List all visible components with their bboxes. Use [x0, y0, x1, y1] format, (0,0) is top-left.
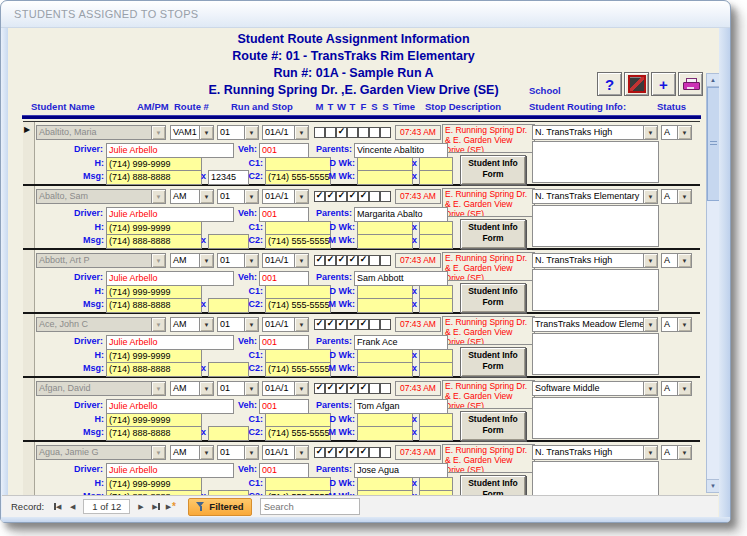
day-checkbox-friday[interactable]	[358, 255, 369, 266]
chevron-down-icon[interactable]: ▼	[245, 125, 259, 140]
chevron-down-icon[interactable]: ▼	[295, 381, 309, 396]
ampm-combo[interactable]: AM ▼	[170, 445, 214, 460]
day-checkbox-wednesday[interactable]	[336, 255, 347, 266]
chevron-down-icon[interactable]: ▼	[245, 381, 259, 396]
chevron-down-icon[interactable]: ▼	[295, 125, 309, 140]
day-checkbox-monday[interactable]	[314, 191, 325, 202]
status-combo[interactable]: A ▼	[661, 253, 692, 268]
record-selector[interactable]: ▶	[23, 250, 35, 312]
veh-field[interactable]: 001	[259, 207, 309, 222]
day-checkbox-wednesday[interactable]	[336, 447, 347, 458]
next-record-button[interactable]: ▶	[133, 499, 148, 514]
chevron-down-icon[interactable]: ▼	[245, 317, 259, 332]
record-selector[interactable]: ▶	[23, 378, 35, 440]
ampm-combo[interactable]: AM ▼	[170, 317, 214, 332]
filtered-toggle[interactable]: Filtered	[188, 498, 251, 516]
day-checkbox-sunday[interactable]	[380, 127, 391, 138]
msg-work-ext-field[interactable]	[419, 234, 453, 249]
msg-work-field[interactable]	[357, 426, 413, 441]
parents-field[interactable]: Tom Afgan	[354, 399, 448, 414]
run-stop-combo[interactable]: 01A/1 ▼	[262, 253, 309, 268]
student-info-form-button[interactable]: Student Info Form	[460, 219, 526, 249]
day-checkbox-saturday[interactable]	[369, 383, 380, 394]
chevron-down-icon[interactable]: ▼	[295, 189, 309, 204]
chevron-down-icon[interactable]: ▼	[678, 125, 692, 140]
route-combo[interactable]: 01 ▼	[217, 125, 259, 140]
driver-field[interactable]: Julie Arbello	[106, 143, 234, 158]
school-routing-combo[interactable]: N. TransTraks High ▼	[532, 253, 658, 268]
day-checkbox-wednesday[interactable]	[336, 127, 347, 138]
record-selector[interactable]: ▶	[23, 186, 35, 248]
chevron-down-icon[interactable]: ▼	[678, 381, 692, 396]
chevron-down-icon[interactable]: ▼	[644, 381, 658, 396]
ampm-combo[interactable]: AM ▼	[170, 189, 214, 204]
scroll-down-button[interactable]: ▼	[707, 479, 719, 492]
chevron-down-icon[interactable]: ▼	[644, 253, 658, 268]
veh-field[interactable]: 001	[259, 271, 309, 286]
msg-phone-field[interactable]: (714) 888-8888	[106, 170, 202, 185]
chevron-down-icon[interactable]: ▼	[678, 253, 692, 268]
chevron-down-icon[interactable]: ▼	[152, 381, 166, 396]
day-checkbox-sunday[interactable]	[380, 191, 391, 202]
msg-work-ext-field[interactable]	[419, 298, 453, 313]
chevron-down-icon[interactable]: ▼	[152, 189, 166, 204]
msg-phone-field[interactable]: (714) 888-8888	[106, 362, 202, 377]
chevron-down-icon[interactable]: ▼	[152, 317, 166, 332]
parents-field[interactable]: Jose Agua	[354, 463, 448, 478]
day-checkbox-thursday[interactable]	[347, 127, 358, 138]
new-record-button[interactable]: ▶ *	[163, 499, 178, 514]
route-combo[interactable]: 01 ▼	[217, 445, 259, 460]
driver-field[interactable]: Julie Arbello	[106, 463, 234, 478]
parents-field[interactable]: Sam Abbott	[354, 271, 448, 286]
first-record-button[interactable]: ◀	[50, 499, 65, 514]
msg-phone-field[interactable]: (714) 888-8888	[106, 426, 202, 441]
previous-record-button[interactable]: ◀	[65, 499, 80, 514]
day-checkbox-sunday[interactable]	[380, 447, 391, 458]
c2-phone-field[interactable]: (714) 555-5555	[265, 298, 331, 313]
student-name-combo[interactable]: Abalto, Sam ▼	[36, 189, 166, 204]
student-info-form-button[interactable]: Student Info Form	[460, 155, 526, 185]
chevron-down-icon[interactable]: ▼	[644, 317, 658, 332]
c2-phone-field[interactable]: (714) 555-5555	[265, 234, 331, 249]
chevron-down-icon[interactable]: ▼	[644, 189, 658, 204]
status-combo[interactable]: A ▼	[661, 189, 692, 204]
parents-field[interactable]: Margarita Abalto	[354, 207, 448, 222]
chevron-down-icon[interactable]: ▼	[295, 317, 309, 332]
day-checkbox-sunday[interactable]	[380, 319, 391, 330]
day-checkbox-saturday[interactable]	[369, 447, 380, 458]
routing-notes-box[interactable]	[532, 269, 659, 311]
veh-field[interactable]: 001	[259, 399, 309, 414]
student-info-form-button[interactable]: Student Info Form	[460, 347, 526, 377]
parents-field[interactable]: Vincente Abaltito	[354, 143, 448, 158]
window-titlebar[interactable]: STUDENTS ASSIGNED TO STOPS	[1, 1, 730, 28]
parents-field[interactable]: Frank Ace	[354, 335, 448, 350]
msg-phone-field[interactable]: (714) 888-8888	[106, 298, 202, 313]
chevron-down-icon[interactable]: ▼	[200, 189, 214, 204]
route-combo[interactable]: 01 ▼	[217, 317, 259, 332]
day-checkbox-saturday[interactable]	[369, 191, 380, 202]
chevron-down-icon[interactable]: ▼	[152, 253, 166, 268]
run-stop-combo[interactable]: 01A/1 ▼	[262, 317, 309, 332]
chevron-down-icon[interactable]: ▼	[200, 317, 214, 332]
student-info-form-button[interactable]: Student Info Form	[460, 283, 526, 313]
day-checkbox-monday[interactable]	[314, 383, 325, 394]
day-checkbox-tuesday[interactable]	[325, 447, 336, 458]
school-routing-combo[interactable]: N. TransTraks Elementary ▼	[532, 189, 658, 204]
student-name-combo[interactable]: Abbott, Art P ▼	[36, 253, 166, 268]
routing-notes-box[interactable]	[532, 141, 659, 183]
day-checkbox-monday[interactable]	[314, 447, 325, 458]
help-button[interactable]: ?	[597, 72, 622, 96]
veh-field[interactable]: 001	[259, 463, 309, 478]
chevron-down-icon[interactable]: ▼	[245, 445, 259, 460]
route-combo[interactable]: 01 ▼	[217, 253, 259, 268]
student-name-combo[interactable]: Afgan, David ▼	[36, 381, 166, 396]
msg-work-field[interactable]	[357, 362, 413, 377]
day-checkbox-friday[interactable]	[358, 383, 369, 394]
day-checkbox-thursday[interactable]	[347, 255, 358, 266]
chevron-down-icon[interactable]: ▼	[200, 381, 214, 396]
chevron-down-icon[interactable]: ▼	[644, 125, 658, 140]
msg-work-field[interactable]	[357, 170, 413, 185]
chevron-down-icon[interactable]: ▼	[245, 189, 259, 204]
school-routing-combo[interactable]: N. TransTraks High ▼	[532, 445, 658, 460]
print-button[interactable]	[678, 72, 703, 96]
